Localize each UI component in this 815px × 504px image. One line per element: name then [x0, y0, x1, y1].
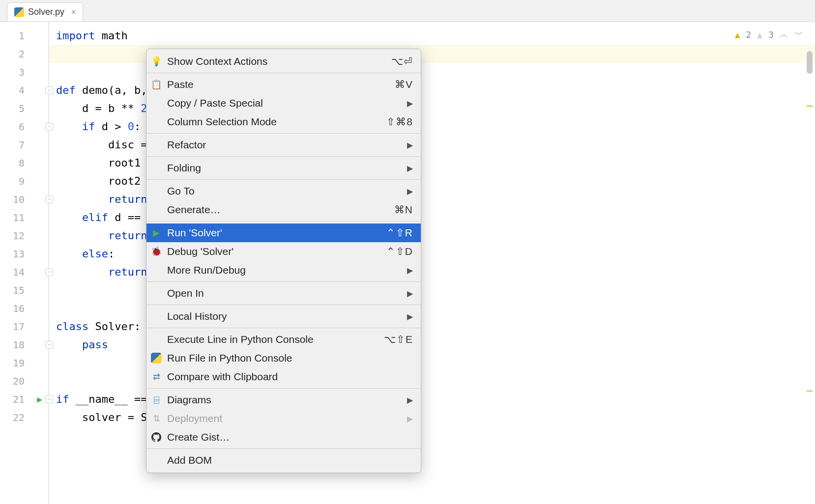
inspections-widget[interactable]: ▲ 2 ▲ 3 ︿ ﹀ — [735, 28, 803, 40]
menu-separator — [146, 133, 421, 134]
menu-column-selection[interactable]: Column Selection Mode ⇧⌘8 — [146, 112, 421, 131]
bug-icon: 🐞 — [150, 246, 162, 257]
deployment-icon: ⇅ — [150, 413, 162, 424]
next-highlight-icon[interactable]: ﹀ — [794, 28, 803, 40]
diagram-icon: ⌸ — [150, 394, 162, 406]
compare-icon: ⇄ — [150, 371, 162, 383]
menu-execute-line[interactable]: Execute Line in Python Console ⌥⇧E — [146, 330, 421, 349]
line-number[interactable]: 22 — [0, 408, 48, 426]
warning-icon: ▲ — [735, 29, 740, 40]
line-number[interactable]: 10− — [0, 190, 48, 208]
submenu-arrow-icon: ▶ — [407, 99, 413, 108]
line-number[interactable]: 20 — [0, 372, 48, 390]
submenu-arrow-icon: ▶ — [407, 164, 413, 173]
submenu-arrow-icon: ▶ — [407, 266, 413, 275]
line-number[interactable]: 12 — [0, 226, 48, 245]
scrollbar-stripe[interactable] — [807, 390, 813, 392]
menu-folding[interactable]: Folding ▶ — [146, 159, 421, 177]
line-number[interactable]: 13 — [0, 245, 48, 263]
line-number[interactable]: 19 — [0, 354, 48, 372]
line-number[interactable]: 18− — [0, 336, 48, 354]
run-gutter-icon[interactable]: ▶ — [37, 394, 42, 404]
menu-goto[interactable]: Go To ▶ — [146, 182, 421, 200]
line-number[interactable]: 16 — [0, 299, 48, 317]
editor-scrollbar[interactable] — [807, 51, 813, 494]
python-file-icon — [14, 7, 24, 17]
lightbulb-icon: 💡 — [150, 56, 162, 67]
weak-warning-count: 3 — [768, 29, 774, 40]
python-icon — [150, 352, 162, 364]
scrollbar-thumb[interactable] — [807, 51, 813, 74]
github-icon — [150, 431, 162, 443]
menu-separator — [146, 156, 421, 157]
file-tab[interactable]: Solver.py × — [7, 2, 83, 21]
editor-context-menu: 💡 Show Context Actions ⌥⏎ 📋 Paste ⌘V Cop… — [146, 49, 421, 473]
warning-count: 2 — [746, 29, 751, 40]
menu-refactor[interactable]: Refactor ▶ — [146, 136, 421, 154]
close-tab-icon[interactable]: × — [71, 8, 76, 17]
line-number[interactable]: 21▶− — [0, 390, 48, 408]
menu-diagrams[interactable]: ⌸ Diagrams ▶ — [146, 391, 421, 409]
tab-filename: Solver.py — [28, 7, 64, 17]
menu-separator — [146, 305, 421, 305]
line-number[interactable]: 8 — [0, 154, 48, 172]
line-number[interactable]: 5 — [0, 99, 48, 117]
scrollbar-stripe[interactable] — [807, 105, 813, 107]
weak-warning-icon: ▲ — [757, 29, 762, 40]
menu-separator — [146, 73, 421, 73]
menu-add-bom[interactable]: Add BOM — [146, 451, 421, 470]
menu-compare-clipboard[interactable]: ⇄ Compare with Clipboard — [146, 367, 421, 386]
line-number[interactable]: 14− — [0, 263, 48, 281]
line-number[interactable]: 3 — [0, 63, 48, 81]
menu-separator — [146, 281, 421, 282]
prev-highlight-icon[interactable]: ︿ — [780, 28, 788, 40]
submenu-arrow-icon: ▶ — [407, 289, 413, 298]
menu-deployment[interactable]: ⇅ Deployment ▶ — [146, 409, 421, 428]
line-number[interactable]: 15 — [0, 281, 48, 299]
line-number[interactable]: 2 — [0, 45, 48, 63]
menu-debug[interactable]: 🐞 Debug 'Solver' ⌃⇧D — [146, 242, 421, 261]
menu-show-context-actions[interactable]: 💡 Show Context Actions ⌥⏎ — [146, 52, 421, 71]
submenu-arrow-icon: ▶ — [407, 140, 413, 150]
code-line[interactable]: import math — [49, 27, 815, 45]
menu-separator — [146, 221, 421, 222]
menu-separator — [146, 179, 421, 180]
submenu-arrow-icon: ▶ — [407, 312, 413, 321]
editor-tab-bar: Solver.py × — [0, 0, 815, 22]
menu-generate[interactable]: Generate… ⌘N — [146, 200, 421, 219]
line-number[interactable]: 11 — [0, 208, 48, 226]
menu-paste[interactable]: 📋 Paste ⌘V — [146, 75, 421, 94]
clipboard-icon: 📋 — [150, 79, 162, 90]
menu-copy-paste-special[interactable]: Copy / Paste Special ▶ — [146, 94, 421, 112]
menu-separator — [146, 328, 421, 328]
menu-more-run-debug[interactable]: More Run/Debug ▶ — [146, 261, 421, 280]
menu-separator — [146, 448, 421, 449]
submenu-arrow-icon: ▶ — [407, 395, 413, 405]
line-number[interactable]: 9 — [0, 172, 48, 190]
menu-run[interactable]: ▶ Run 'Solver' ⌃⇧R — [146, 224, 421, 242]
line-number[interactable]: 4− — [0, 81, 48, 99]
submenu-arrow-icon: ▶ — [407, 414, 413, 423]
menu-open-in[interactable]: Open In ▶ — [146, 284, 421, 303]
menu-create-gist[interactable]: Create Gist… — [146, 428, 421, 447]
menu-run-file-console[interactable]: Run File in Python Console — [146, 349, 421, 367]
line-number[interactable]: 17 — [0, 317, 48, 336]
line-number[interactable]: 7 — [0, 136, 48, 154]
play-icon: ▶ — [150, 227, 162, 239]
line-number[interactable]: 6− — [0, 117, 48, 136]
menu-local-history[interactable]: Local History ▶ — [146, 307, 421, 326]
line-number[interactable]: 1 — [0, 27, 48, 45]
submenu-arrow-icon: ▶ — [407, 187, 413, 196]
line-number-gutter: 1 2 3 4− 5 6− 7 8 9 10− 11 12 13 14− 15 … — [0, 22, 49, 504]
menu-separator — [146, 388, 421, 389]
